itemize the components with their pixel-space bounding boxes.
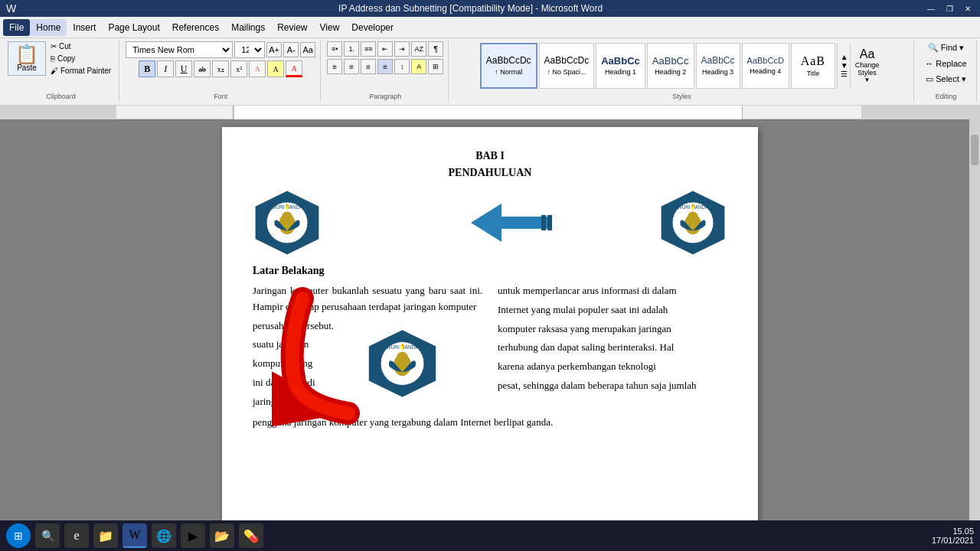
text-effects-button[interactable]: A (249, 60, 266, 77)
document-page[interactable]: BAB I PENDAHULUAN TUT WURI HANDAYANI (222, 127, 758, 530)
justify-button[interactable]: ≡ (377, 59, 393, 74)
menu-insert[interactable]: Insert (67, 19, 102, 36)
font-row2: B I U ab x₂ x² A A A (139, 60, 302, 77)
menu-references[interactable]: References (166, 19, 225, 36)
search-button[interactable]: 🔍 (35, 523, 60, 548)
font-size-select[interactable]: 12 (234, 41, 265, 58)
align-center-button[interactable]: ≡ (344, 59, 359, 74)
font-color-button[interactable]: A (286, 60, 302, 77)
clipboard-sub-buttons: ✂ Cut ⎘ Copy 🖌 Format Painter (47, 41, 114, 76)
underline-button[interactable]: U (175, 60, 192, 77)
taskbar-app[interactable]: 💊 (239, 523, 263, 548)
taskbar-word[interactable]: W (122, 523, 147, 548)
style-h1-preview: AaBbCc (601, 55, 640, 67)
style-title-preview: AaB (801, 54, 825, 68)
change-styles-button[interactable]: Aa ChangeStyles ▼ (850, 43, 884, 89)
style-h4-label: Heading 4 (750, 67, 781, 75)
bottom-paragraph: pengguna jaringan komputer yang tergabun… (253, 415, 727, 431)
taskbar-time: 15.05 (932, 527, 974, 536)
cut-button[interactable]: ✂ Cut (47, 41, 114, 51)
superscript-button[interactable]: x² (230, 60, 247, 77)
replace-icon: ↔ (925, 59, 933, 68)
increase-indent-button[interactable]: ⇥ (394, 41, 410, 57)
copy-button[interactable]: ⎘ Copy (47, 54, 114, 64)
show-marks-button[interactable]: ¶ (428, 41, 443, 57)
style-normal-button[interactable]: AaBbCcDc ↑ Normal (480, 43, 537, 89)
format-painter-button[interactable]: 🖌 Format Painter (47, 66, 114, 76)
paste-icon: 📋 (15, 45, 38, 64)
taskbar-files[interactable]: 📂 (210, 523, 234, 548)
scrollbar-thumb[interactable] (971, 135, 978, 165)
word-icon: W (6, 2, 16, 15)
ribbon: 📋 Paste ✂ Cut ⎘ Copy 🖌 Format Painter (0, 38, 980, 106)
subscript-button[interactable]: x₂ (212, 60, 229, 77)
highlight-button[interactable]: A (267, 60, 284, 77)
style-heading4-button[interactable]: AaBbCcD Heading 4 (742, 43, 789, 89)
strikethrough-button[interactable]: ab (194, 60, 211, 77)
start-button[interactable]: ⊞ (6, 523, 31, 548)
minimize-button[interactable]: — (925, 2, 937, 15)
menu-developer[interactable]: Developer (345, 19, 400, 36)
decrease-indent-button[interactable]: ⇤ (377, 41, 393, 57)
taskbar-edge[interactable]: e (64, 523, 89, 548)
taskbar-chrome[interactable]: 🌐 (152, 523, 176, 548)
styles-scroll-up[interactable]: ▲ (841, 53, 848, 61)
right-col: untuk memperlancar arus informasi di dal… (498, 283, 727, 410)
replace-button[interactable]: ↔ Replace (922, 57, 969, 70)
blue-arrow (425, 200, 555, 246)
select-button[interactable]: ▭ Select ▾ (923, 73, 969, 86)
bullets-button[interactable]: ≡• (327, 41, 342, 57)
svg-point-14 (688, 212, 698, 223)
font-grow-button[interactable]: A+ (266, 42, 282, 57)
ruler (0, 106, 980, 119)
multilevel-button[interactable]: ≡≡ (361, 41, 376, 57)
menu-view[interactable]: View (314, 19, 346, 36)
clipboard-label: Clipboard (3, 93, 119, 100)
close-button[interactable]: ✕ (962, 2, 974, 15)
shading-button[interactable]: A (411, 59, 426, 74)
italic-button[interactable]: I (157, 60, 174, 77)
svg-rect-8 (541, 215, 546, 230)
style-heading1-button[interactable]: AaBbCc Heading 1 (596, 43, 645, 89)
paste-button[interactable]: 📋 Paste (8, 41, 46, 76)
style-title-button[interactable]: AaB Title (791, 43, 835, 89)
replace-label: Replace (936, 59, 966, 68)
line-spacing-button[interactable]: ↕ (394, 59, 410, 74)
menu-file[interactable]: File (3, 19, 30, 36)
change-styles-label: ChangeStyles (855, 61, 880, 77)
content-body: Jaringan komputer bukanlah sesuatu yang … (253, 283, 727, 430)
style-nospacing-button[interactable]: AaBbCcDc ↑ No Spaci... (539, 43, 595, 89)
align-left-button[interactable]: ≡ (327, 59, 342, 74)
styles-more[interactable]: ☰ (841, 70, 848, 78)
style-h2-preview: AaBbCc (652, 55, 689, 67)
borders-button[interactable]: ⊞ (428, 59, 443, 74)
menu-home[interactable]: Home (30, 19, 67, 36)
copy-icon: ⎘ (51, 54, 55, 63)
taskbar-media[interactable]: ▶ (181, 523, 205, 548)
scrollbar-vertical[interactable] (969, 119, 980, 530)
find-button[interactable]: 🔍 Find ▾ (925, 41, 967, 54)
restore-button[interactable]: ❐ (943, 2, 956, 15)
styles-scroll-down[interactable]: ▼ (841, 61, 848, 70)
change-styles-arrow: ▼ (864, 77, 871, 83)
menu-pagelayout[interactable]: Page Layout (102, 19, 165, 36)
sort-button[interactable]: AZ (411, 41, 426, 57)
font-shrink-button[interactable]: A- (283, 42, 299, 57)
ruler-marks (234, 106, 742, 119)
clear-format-button[interactable]: Aa (300, 42, 315, 57)
bold-button[interactable]: B (139, 60, 155, 77)
taskbar-explorer[interactable]: 📁 (93, 523, 118, 548)
numbering-button[interactable]: 1. (344, 41, 359, 57)
two-col-content: Jaringan komputer bukanlah sesuatu yang … (253, 283, 727, 410)
svg-rect-9 (547, 215, 552, 230)
font-name-select[interactable]: Times New Rom (126, 41, 233, 58)
style-heading2-button[interactable]: AaBbCc Heading 2 (647, 43, 694, 89)
logos-row: TUT WURI HANDAYANI (253, 188, 727, 257)
menu-mailings[interactable]: Mailings (225, 19, 271, 36)
font-row1: Times New Rom 12 A+ A- Aa (126, 41, 315, 58)
taskbar-clock: 15.05 17/01/2021 (932, 527, 974, 545)
align-right-button[interactable]: ≡ (361, 59, 376, 74)
paragraph-row2: ≡ ≡ ≡ ≡ ↕ A ⊞ (327, 59, 443, 74)
menu-review[interactable]: Review (271, 19, 313, 36)
style-heading3-button[interactable]: AaBbCc Heading 3 (696, 43, 740, 89)
